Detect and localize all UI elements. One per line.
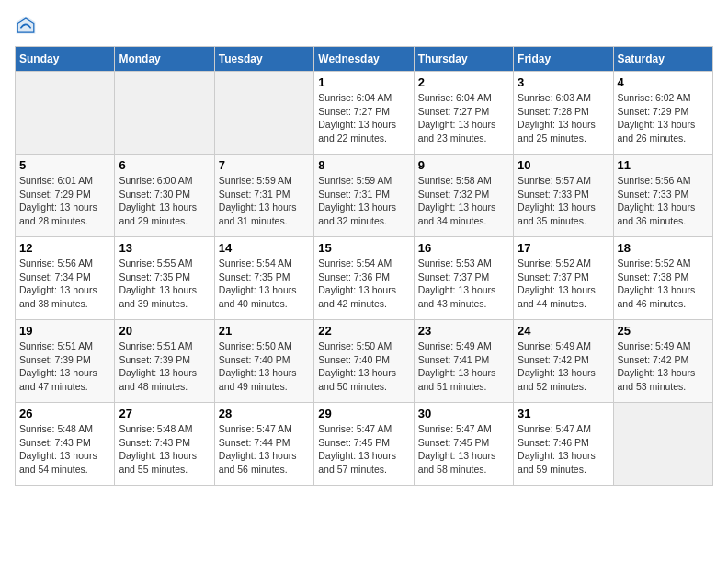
logo-icon bbox=[15, 15, 37, 37]
calendar-table: SundayMondayTuesdayWednesdayThursdayFrid… bbox=[15, 46, 713, 486]
calendar-week-4: 26Sunrise: 5:48 AM Sunset: 7:43 PM Dayli… bbox=[16, 403, 713, 486]
day-info: Sunrise: 5:50 AM Sunset: 7:40 PM Dayligh… bbox=[318, 339, 409, 394]
day-info: Sunrise: 5:59 AM Sunset: 7:31 PM Dayligh… bbox=[219, 174, 310, 228]
day-info: Sunrise: 5:52 AM Sunset: 7:38 PM Dayligh… bbox=[618, 257, 709, 311]
day-info: Sunrise: 5:56 AM Sunset: 7:34 PM Dayligh… bbox=[19, 257, 110, 311]
day-info: Sunrise: 5:47 AM Sunset: 7:45 PM Dayligh… bbox=[318, 422, 409, 477]
day-number: 3 bbox=[518, 75, 609, 89]
day-info: Sunrise: 5:56 AM Sunset: 7:33 PM Dayligh… bbox=[618, 174, 709, 228]
day-number: 6 bbox=[119, 158, 210, 172]
header-cell-monday: Monday bbox=[115, 47, 214, 72]
day-number: 14 bbox=[219, 241, 310, 255]
day-number: 16 bbox=[418, 241, 509, 255]
calendar-cell: 16Sunrise: 5:53 AM Sunset: 7:37 PM Dayli… bbox=[414, 237, 513, 320]
day-info: Sunrise: 6:00 AM Sunset: 7:30 PM Dayligh… bbox=[119, 174, 210, 228]
calendar-cell: 6Sunrise: 6:00 AM Sunset: 7:30 PM Daylig… bbox=[115, 155, 214, 237]
day-info: Sunrise: 6:03 AM Sunset: 7:28 PM Dayligh… bbox=[518, 91, 609, 145]
calendar-cell: 21Sunrise: 5:50 AM Sunset: 7:40 PM Dayli… bbox=[214, 320, 313, 403]
calendar-cell: 30Sunrise: 5:47 AM Sunset: 7:45 PM Dayli… bbox=[414, 403, 513, 486]
day-info: Sunrise: 5:57 AM Sunset: 7:33 PM Dayligh… bbox=[518, 174, 609, 228]
day-info: Sunrise: 5:48 AM Sunset: 7:43 PM Dayligh… bbox=[119, 422, 210, 477]
calendar-cell: 9Sunrise: 5:58 AM Sunset: 7:32 PM Daylig… bbox=[414, 155, 513, 237]
calendar-cell: 7Sunrise: 5:59 AM Sunset: 7:31 PM Daylig… bbox=[214, 155, 313, 237]
day-number: 29 bbox=[318, 407, 409, 420]
calendar-week-2: 12Sunrise: 5:56 AM Sunset: 7:34 PM Dayli… bbox=[16, 237, 713, 320]
calendar-cell: 1Sunrise: 6:04 AM Sunset: 7:27 PM Daylig… bbox=[314, 72, 414, 155]
day-info: Sunrise: 5:51 AM Sunset: 7:39 PM Dayligh… bbox=[19, 339, 110, 394]
day-info: Sunrise: 6:02 AM Sunset: 7:29 PM Dayligh… bbox=[618, 91, 709, 145]
calendar-week-3: 19Sunrise: 5:51 AM Sunset: 7:39 PM Dayli… bbox=[16, 320, 713, 403]
day-number: 4 bbox=[618, 75, 709, 89]
day-info: Sunrise: 5:54 AM Sunset: 7:36 PM Dayligh… bbox=[318, 257, 409, 311]
calendar-cell bbox=[214, 72, 313, 155]
day-number: 12 bbox=[19, 241, 110, 255]
day-number: 25 bbox=[618, 324, 709, 338]
day-number: 23 bbox=[418, 324, 509, 338]
calendar-week-0: 1Sunrise: 6:04 AM Sunset: 7:27 PM Daylig… bbox=[16, 72, 713, 155]
header-cell-thursday: Thursday bbox=[414, 47, 513, 72]
day-number: 22 bbox=[318, 324, 409, 338]
calendar-cell: 14Sunrise: 5:54 AM Sunset: 7:35 PM Dayli… bbox=[214, 237, 313, 320]
calendar-cell: 24Sunrise: 5:49 AM Sunset: 7:42 PM Dayli… bbox=[514, 320, 613, 403]
calendar-cell: 28Sunrise: 5:47 AM Sunset: 7:44 PM Dayli… bbox=[214, 403, 313, 486]
day-number: 11 bbox=[618, 158, 709, 172]
day-info: Sunrise: 5:58 AM Sunset: 7:32 PM Dayligh… bbox=[418, 174, 509, 228]
day-info: Sunrise: 5:55 AM Sunset: 7:35 PM Dayligh… bbox=[119, 257, 210, 311]
page-header bbox=[15, 15, 713, 37]
calendar-cell: 18Sunrise: 5:52 AM Sunset: 7:38 PM Dayli… bbox=[613, 237, 712, 320]
day-number: 31 bbox=[518, 407, 609, 420]
header-cell-tuesday: Tuesday bbox=[214, 47, 313, 72]
calendar-cell: 31Sunrise: 5:47 AM Sunset: 7:46 PM Dayli… bbox=[514, 403, 613, 486]
day-info: Sunrise: 5:53 AM Sunset: 7:37 PM Dayligh… bbox=[418, 257, 509, 311]
day-info: Sunrise: 5:49 AM Sunset: 7:41 PM Dayligh… bbox=[418, 339, 509, 394]
calendar-cell: 3Sunrise: 6:03 AM Sunset: 7:28 PM Daylig… bbox=[514, 72, 613, 155]
day-number: 9 bbox=[418, 158, 509, 172]
day-number: 18 bbox=[618, 241, 709, 255]
calendar-cell: 11Sunrise: 5:56 AM Sunset: 7:33 PM Dayli… bbox=[613, 155, 712, 237]
calendar-cell: 20Sunrise: 5:51 AM Sunset: 7:39 PM Dayli… bbox=[115, 320, 214, 403]
header-cell-saturday: Saturday bbox=[613, 47, 712, 72]
logo bbox=[15, 15, 40, 37]
calendar-cell: 29Sunrise: 5:47 AM Sunset: 7:45 PM Dayli… bbox=[314, 403, 414, 486]
day-number: 13 bbox=[119, 241, 210, 255]
day-info: Sunrise: 5:52 AM Sunset: 7:37 PM Dayligh… bbox=[518, 257, 609, 311]
calendar-cell: 23Sunrise: 5:49 AM Sunset: 7:41 PM Dayli… bbox=[414, 320, 513, 403]
calendar-cell: 26Sunrise: 5:48 AM Sunset: 7:43 PM Dayli… bbox=[16, 403, 115, 486]
header-cell-wednesday: Wednesday bbox=[314, 47, 414, 72]
calendar-cell: 22Sunrise: 5:50 AM Sunset: 7:40 PM Dayli… bbox=[314, 320, 414, 403]
day-info: Sunrise: 5:51 AM Sunset: 7:39 PM Dayligh… bbox=[119, 339, 210, 394]
day-number: 17 bbox=[518, 241, 609, 255]
day-number: 5 bbox=[19, 158, 110, 172]
day-number: 19 bbox=[19, 324, 110, 338]
calendar-cell bbox=[16, 72, 115, 155]
calendar-cell: 8Sunrise: 5:59 AM Sunset: 7:31 PM Daylig… bbox=[314, 155, 414, 237]
calendar-cell: 2Sunrise: 6:04 AM Sunset: 7:27 PM Daylig… bbox=[414, 72, 513, 155]
day-info: Sunrise: 5:49 AM Sunset: 7:42 PM Dayligh… bbox=[518, 339, 609, 394]
day-number: 20 bbox=[119, 324, 210, 338]
calendar-cell: 17Sunrise: 5:52 AM Sunset: 7:37 PM Dayli… bbox=[514, 237, 613, 320]
calendar-cell bbox=[115, 72, 214, 155]
calendar-cell: 15Sunrise: 5:54 AM Sunset: 7:36 PM Dayli… bbox=[314, 237, 414, 320]
calendar-cell: 13Sunrise: 5:55 AM Sunset: 7:35 PM Dayli… bbox=[115, 237, 214, 320]
day-info: Sunrise: 5:54 AM Sunset: 7:35 PM Dayligh… bbox=[219, 257, 310, 311]
day-info: Sunrise: 5:47 AM Sunset: 7:46 PM Dayligh… bbox=[518, 422, 609, 477]
calendar-body: 1Sunrise: 6:04 AM Sunset: 7:27 PM Daylig… bbox=[16, 72, 713, 486]
day-info: Sunrise: 6:04 AM Sunset: 7:27 PM Dayligh… bbox=[418, 91, 509, 145]
calendar-cell: 19Sunrise: 5:51 AM Sunset: 7:39 PM Dayli… bbox=[16, 320, 115, 403]
day-info: Sunrise: 5:47 AM Sunset: 7:44 PM Dayligh… bbox=[219, 422, 310, 477]
day-info: Sunrise: 6:01 AM Sunset: 7:29 PM Dayligh… bbox=[19, 174, 110, 228]
day-number: 24 bbox=[518, 324, 609, 338]
calendar-cell bbox=[613, 403, 712, 486]
calendar-cell: 5Sunrise: 6:01 AM Sunset: 7:29 PM Daylig… bbox=[16, 155, 115, 237]
calendar-header-row: SundayMondayTuesdayWednesdayThursdayFrid… bbox=[16, 47, 713, 72]
day-number: 15 bbox=[318, 241, 409, 255]
day-number: 1 bbox=[318, 75, 409, 89]
calendar-week-1: 5Sunrise: 6:01 AM Sunset: 7:29 PM Daylig… bbox=[16, 155, 713, 237]
day-info: Sunrise: 5:59 AM Sunset: 7:31 PM Dayligh… bbox=[318, 174, 409, 228]
day-number: 8 bbox=[318, 158, 409, 172]
day-number: 26 bbox=[19, 407, 110, 420]
day-number: 2 bbox=[418, 75, 509, 89]
day-number: 27 bbox=[119, 407, 210, 420]
header-cell-friday: Friday bbox=[514, 47, 613, 72]
day-number: 28 bbox=[219, 407, 310, 420]
